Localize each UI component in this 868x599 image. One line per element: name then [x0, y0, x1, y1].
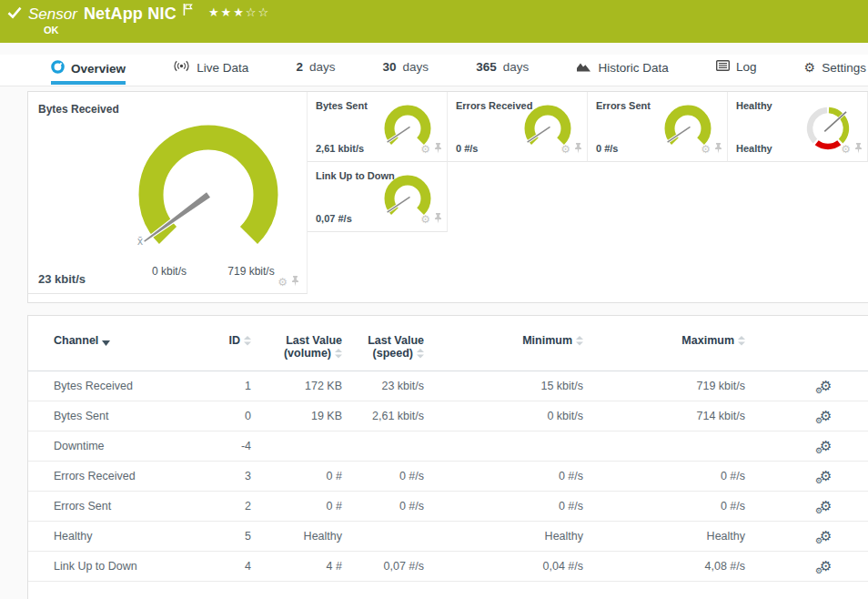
pin-icon[interactable] — [574, 141, 582, 157]
table-row[interactable]: Healthy 5 Healthy Healthy Healthy ⚙⚙ — [28, 522, 868, 552]
channel-settings-gears-icon[interactable]: ⚙⚙ — [820, 560, 832, 574]
column-header-id[interactable]: ID — [224, 316, 251, 371]
column-header-actions — [745, 316, 868, 371]
channel-name: Errors Received — [28, 462, 224, 492]
minimum-value: 0,04 #/s — [424, 552, 583, 582]
prtg-sensor-page: Sensor NetApp NIC ★★★☆☆ OK Overview — [0, 0, 868, 599]
minimum-value: Healthy — [424, 522, 583, 552]
channels-table-panel: Channel ID — [27, 315, 868, 599]
column-header-maximum[interactable]: Maximum — [583, 316, 745, 371]
tab-bar: Overview Live Data 2days 30days 365days — [0, 55, 868, 86]
column-header-channel[interactable]: Channel — [28, 316, 224, 371]
pin-icon[interactable] — [714, 141, 722, 157]
tab-30-days[interactable]: 30days — [383, 60, 429, 82]
channel-settings-icon[interactable]: ⚙ — [841, 144, 851, 155]
tab-live-data[interactable]: Live Data — [173, 60, 248, 83]
gauge-bytes-received: Bytes Received x̄ 0 kbit/s 719 kbit/s 23… — [28, 92, 308, 294]
log-icon — [716, 60, 730, 74]
gauge-icon — [51, 60, 65, 76]
empty-cell — [728, 162, 868, 232]
channel-settings-icon[interactable]: ⚙ — [420, 214, 430, 225]
channel-name: Healthy — [28, 522, 224, 552]
pin-icon[interactable] — [854, 141, 863, 157]
sort-icon — [417, 349, 424, 361]
tab-log[interactable]: Log — [716, 60, 757, 82]
channel-settings-gears-icon[interactable]: ⚙⚙ — [820, 470, 832, 483]
gauge-bytes-sent: Bytes Sent 2,61 kbit/s ⚙ — [308, 92, 448, 162]
table-row[interactable]: Link Up to Down 4 4 # 0,07 #/s 0,04 #/s … — [28, 552, 868, 582]
gauge-healthy: Healthy Healthy ⚙ — [728, 92, 868, 162]
table-row[interactable]: Bytes Sent 0 19 KB 2,61 kbit/s 0 kbit/s … — [28, 401, 868, 431]
sort-icon — [738, 336, 745, 349]
sort-icon — [335, 349, 342, 361]
sort-icon — [244, 336, 251, 349]
last-value-volume: 0 # — [251, 492, 342, 522]
tab-overview[interactable]: Overview — [51, 60, 126, 85]
last-value-speed — [342, 431, 424, 462]
last-value-speed: 0,07 #/s — [342, 552, 424, 582]
channel-name: Downtime — [28, 431, 224, 462]
table-row[interactable]: Errors Sent 2 0 # 0 #/s 0 #/s 0 #/s ⚙⚙ — [28, 492, 868, 522]
channel-settings-gears-icon[interactable]: ⚙⚙ — [820, 380, 832, 393]
tab-historic-data[interactable]: Historic Data — [576, 60, 668, 83]
last-value-speed: 0 #/s — [342, 462, 424, 492]
flag-icon[interactable] — [183, 3, 193, 19]
tab-settings[interactable]: ⚙ Settings — [804, 60, 866, 83]
last-value-speed: 23 kbit/s — [342, 371, 424, 401]
channel-settings-gears-icon[interactable]: ⚙⚙ — [820, 500, 832, 513]
status-badge: OK — [44, 25, 59, 36]
minimum-value: 0 #/s — [424, 462, 583, 492]
channel-settings-icon[interactable]: ⚙ — [278, 277, 288, 288]
pin-icon[interactable] — [291, 274, 299, 290]
maximum-value: 714 kbit/s — [583, 401, 745, 431]
pin-icon[interactable] — [434, 211, 442, 228]
maximum-value: 0 #/s — [583, 462, 745, 492]
small-gauges-grid: Bytes Sent 2,61 kbit/s ⚙ Errors Received — [308, 92, 868, 302]
channel-settings-icon[interactable]: ⚙ — [560, 144, 570, 155]
live-icon — [173, 60, 190, 75]
priority-stars[interactable]: ★★★☆☆ — [208, 5, 270, 19]
gauge-link-up-to-down: Link Up to Down 0,07 #/s ⚙ — [308, 162, 448, 232]
last-value-volume: 4 # — [251, 552, 342, 582]
channel-name: Errors Sent — [28, 492, 224, 522]
gauge-scale-min: 0 kbit/s — [131, 265, 207, 278]
channel-id: 4 — [224, 552, 251, 582]
channel-settings-icon[interactable]: ⚙ — [701, 144, 711, 155]
last-value-speed: 0 #/s — [342, 492, 424, 522]
maximum-value: 719 kbit/s — [583, 371, 745, 401]
gauge-title: Bytes Received — [38, 103, 119, 116]
bytes-received-gauge-dial: x̄ — [122, 107, 295, 279]
channel-settings-gears-icon[interactable]: ⚙⚙ — [820, 530, 832, 543]
table-row[interactable]: Bytes Received 1 172 KB 23 kbit/s 15 kbi… — [28, 371, 868, 401]
maximum-value: 0 #/s — [583, 492, 745, 522]
maximum-value: Healthy — [583, 522, 745, 552]
table-row[interactable]: Errors Received 3 0 # 0 #/s 0 #/s 0 #/s … — [28, 462, 868, 492]
channel-name: Bytes Received — [28, 371, 224, 401]
last-value-volume: Healthy — [251, 522, 342, 552]
channel-id: -4 — [224, 431, 251, 462]
channel-id: 2 — [224, 492, 251, 522]
channel-settings-gears-icon[interactable]: ⚙⚙ — [820, 440, 832, 453]
last-value-speed — [342, 522, 424, 552]
channel-settings-gears-icon[interactable]: ⚙⚙ — [820, 410, 832, 423]
table-row[interactable]: Downtime -4 ⚙⚙ — [28, 431, 868, 462]
empty-cell — [588, 162, 728, 232]
minimum-value: 0 kbit/s — [424, 401, 583, 431]
channel-name: Link Up to Down — [28, 552, 224, 582]
column-header-last-value-speed[interactable]: Last Value (speed) — [342, 316, 424, 371]
tab-365-days[interactable]: 365days — [476, 60, 529, 82]
sort-icon — [576, 336, 583, 349]
channel-settings-icon[interactable]: ⚙ — [420, 144, 430, 155]
pin-icon[interactable] — [434, 141, 442, 157]
column-header-last-value-volume[interactable]: Last Value (volume) — [251, 316, 342, 371]
channels-table: Channel ID — [28, 316, 868, 582]
sensor-status-header: Sensor NetApp NIC ★★★☆☆ OK — [0, 0, 868, 43]
column-header-minimum[interactable]: Minimum — [424, 316, 583, 371]
channel-id: 0 — [224, 401, 251, 431]
tab-2-days[interactable]: 2days — [296, 60, 335, 82]
sort-desc-icon — [102, 336, 110, 349]
last-value-volume — [251, 431, 342, 462]
gauges-panel: Bytes Received x̄ 0 kbit/s 719 kbit/s 23… — [27, 91, 868, 303]
gauge-errors-sent: Errors Sent 0 #/s ⚙ — [588, 92, 728, 162]
chart-icon — [576, 60, 591, 75]
